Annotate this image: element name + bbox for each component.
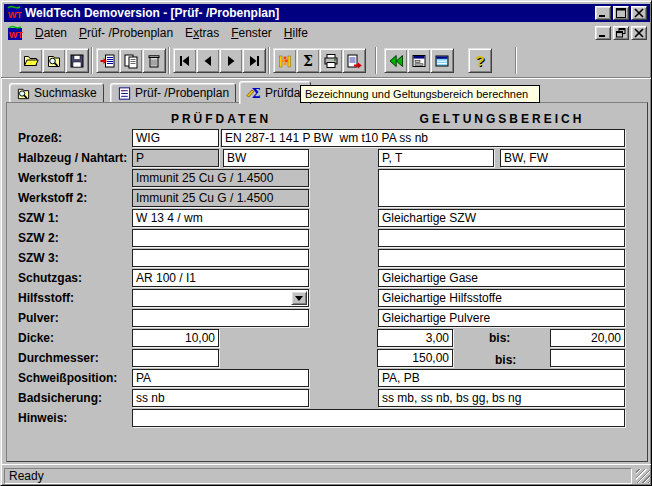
help-button[interactable]: ? — [468, 48, 492, 73]
close-button[interactable] — [631, 6, 647, 20]
next-record-button[interactable] — [219, 48, 243, 73]
hilfsstoffe-scope-input[interactable] — [378, 289, 625, 307]
help-icon: ? — [475, 53, 484, 68]
nahtart-scope-input[interactable] — [500, 149, 625, 167]
window-title: WeldTech Demoversion - [Prüf- /Probenpla… — [25, 6, 279, 20]
dicke-input[interactable] — [132, 329, 219, 347]
last-record-button[interactable] — [242, 48, 266, 73]
hilfsstoff-combobox[interactable] — [132, 289, 309, 307]
label-durchmesser: Durchmesser: — [18, 351, 99, 365]
label-hinweis: Hinweis: — [18, 411, 67, 425]
add-record-button[interactable] — [96, 48, 120, 73]
durchmesser-input[interactable] — [132, 349, 219, 367]
print-button[interactable] — [319, 48, 343, 73]
pulver-input[interactable] — [132, 309, 309, 327]
dicke-von-input[interactable] — [377, 329, 453, 347]
menu-pruef-probenplan[interactable]: Prüf- /Probenplan — [73, 24, 179, 42]
menu-bar: WT Daten Prüf- /Probenplan Extras Fenste… — [4, 23, 650, 43]
first-record-button[interactable] — [173, 48, 197, 73]
svg-text:WT: WT — [9, 30, 23, 40]
badsicherung-input[interactable] — [132, 389, 309, 407]
dicke-bis-input[interactable] — [550, 329, 625, 347]
status-message: Ready — [4, 468, 632, 484]
schutzgas-input[interactable] — [132, 269, 309, 287]
menu-hilfe[interactable]: Hilfe — [278, 24, 314, 42]
find-button[interactable] — [42, 48, 66, 73]
toolbar-separator — [375, 47, 377, 74]
pruefdaten-header: PRÜFDATEN — [132, 112, 310, 126]
weld-seam-button[interactable] — [273, 48, 297, 73]
label-werkstoff2: Werkstoff 2: — [18, 191, 87, 205]
mdi-minimize-button[interactable] — [595, 26, 611, 40]
save-button[interactable] — [65, 48, 89, 73]
label-hilfsstoff: Hilfsstoff: — [18, 291, 74, 305]
hinweis-input[interactable] — [132, 409, 625, 427]
mdi-close-button[interactable] — [631, 26, 647, 40]
werkstoff1-input[interactable] — [132, 169, 309, 187]
open-button[interactable] — [19, 48, 43, 73]
toolbar-separator — [515, 47, 517, 74]
menu-extras[interactable]: Extras — [179, 24, 225, 42]
search-icon — [16, 86, 31, 101]
szw3-scope-input[interactable] — [378, 249, 625, 267]
szw1-input[interactable] — [132, 209, 309, 227]
svg-text:WT: WT — [8, 10, 22, 20]
exit-button[interactable] — [384, 48, 408, 73]
export-button[interactable] — [342, 48, 366, 73]
durchmesser-von-input[interactable] — [377, 349, 453, 367]
chevron-down-icon — [295, 296, 303, 301]
label-schweissposition: Schweißposition: — [18, 371, 117, 385]
sum-icon: Σ — [303, 54, 313, 68]
badsicherung-scope-input[interactable] — [378, 389, 625, 407]
menu-fenster[interactable]: Fenster — [225, 24, 278, 42]
toolbar-separator — [168, 47, 170, 74]
durchmesser-bis-input[interactable] — [550, 349, 625, 367]
mdi-document-icon[interactable]: WT — [7, 25, 23, 41]
copy-button[interactable] — [119, 48, 143, 73]
tab-label: Prüf- /Probenplan — [135, 86, 229, 100]
schweissposition-scope-input[interactable] — [378, 369, 625, 387]
halbzeug-scope-input[interactable] — [378, 149, 494, 167]
delete-button[interactable] — [142, 48, 166, 73]
label-schutzgas: Schutzgas: — [18, 271, 82, 285]
szw2-input[interactable] — [132, 229, 309, 247]
status-bar: Ready — [1, 464, 652, 485]
bezeichnung-input[interactable] — [221, 129, 625, 147]
werkstoff-scope-box[interactable] — [378, 169, 625, 207]
szw3-input[interactable] — [132, 249, 309, 267]
svg-text:Σ: Σ — [252, 86, 261, 101]
prozess-input[interactable] — [132, 129, 219, 147]
app-logo-icon: WT — [6, 5, 22, 21]
szw2-scope-input[interactable] — [378, 229, 625, 247]
pulver-scope-input[interactable] — [378, 309, 625, 327]
label-dicke-bis: bis: — [489, 331, 510, 345]
schweissposition-input[interactable] — [132, 369, 309, 387]
tab-label: Prüfdat — [265, 86, 304, 100]
title-bar[interactable]: WT WeldTech Demoversion - [Prüf- /Proben… — [4, 4, 650, 22]
toolbar-separator — [268, 47, 270, 74]
halbzeug-input[interactable] — [132, 149, 219, 167]
tab-suchmaske[interactable]: Suchmaske — [9, 83, 104, 103]
maximize-button[interactable] — [613, 6, 629, 20]
nahtart-input[interactable] — [223, 149, 309, 167]
hilfsstoff-dropdown-button[interactable] — [291, 291, 307, 305]
tab-label: Suchmaske — [34, 86, 97, 100]
gase-scope-input[interactable] — [378, 269, 625, 287]
tooltip-text: Bezeichnung und Geltungsbereich berechne… — [305, 88, 528, 100]
label-halbzeug-nahtart: Halbzeug / Nahtart: — [18, 151, 127, 165]
mdi-restore-button[interactable] — [613, 26, 629, 40]
tab-pruef-probenplan[interactable]: Prüf- /Probenplan — [110, 83, 236, 103]
resize-grip[interactable] — [636, 469, 650, 483]
toolbar-bottom-edge — [1, 77, 652, 79]
toolbar: Σ ? — [1, 45, 652, 78]
werkstoff2-input[interactable] — [132, 189, 309, 207]
sum-button[interactable]: Σ — [296, 48, 320, 73]
previous-record-button[interactable] — [196, 48, 220, 73]
label-badsicherung: Badsicherung: — [18, 391, 102, 405]
menu-daten[interactable]: Daten — [29, 24, 73, 42]
toolbar-separator — [91, 47, 93, 74]
grid-window-button[interactable] — [430, 48, 454, 73]
minimize-button[interactable] — [595, 6, 611, 20]
form-window-button[interactable] — [407, 48, 431, 73]
szw1-scope-input[interactable] — [378, 209, 625, 227]
